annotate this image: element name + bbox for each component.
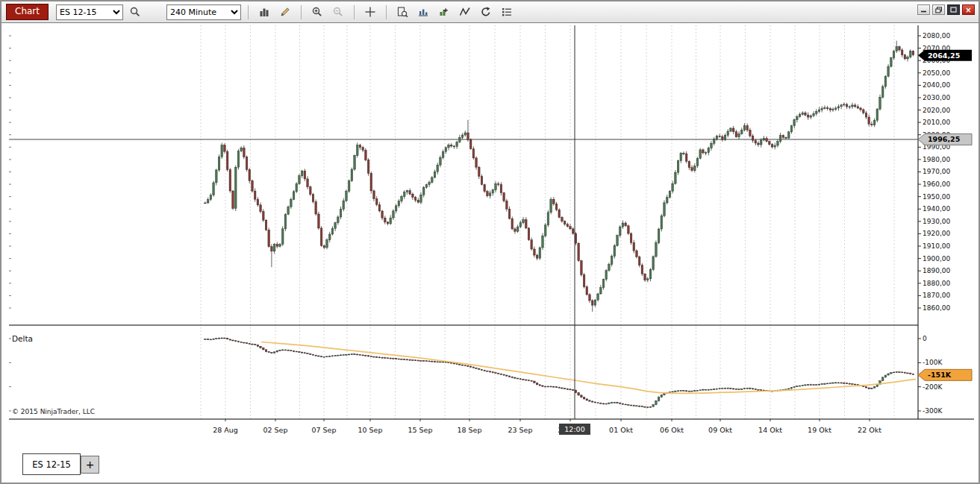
instrument-select[interactable]: ES 12-15 bbox=[56, 4, 123, 20]
interval-select[interactable]: 240 Minute bbox=[166, 4, 241, 20]
data-box-button[interactable] bbox=[393, 4, 411, 21]
draw-pencil-icon bbox=[279, 6, 291, 18]
chart-canvas: 2080,002070,002060,002050,002040,002030,… bbox=[9, 25, 976, 444]
svg-text:02 Sep: 02 Sep bbox=[263, 426, 287, 434]
svg-text:1996,25: 1996,25 bbox=[928, 135, 960, 143]
svg-text:1980,00: 1980,00 bbox=[923, 156, 950, 163]
svg-text:2050,00: 2050,00 bbox=[923, 69, 950, 77]
svg-text:19 Okt: 19 Okt bbox=[808, 426, 831, 434]
search-icon bbox=[129, 6, 141, 18]
data-box-icon bbox=[396, 6, 408, 18]
workspace-tabbar: ES 12-15 + bbox=[1, 450, 979, 483]
svg-text:1920,00: 1920,00 bbox=[923, 230, 950, 237]
crosshair-time-label: 12:00 bbox=[564, 425, 584, 433]
toolbar: Chart ES 12-15 240 Minute bbox=[1, 1, 979, 23]
svg-text:09 Okt: 09 Okt bbox=[708, 426, 732, 434]
toolbar-separator bbox=[386, 5, 387, 19]
maximize-button[interactable] bbox=[947, 4, 960, 15]
svg-text:2030,00: 2030,00 bbox=[923, 94, 950, 101]
svg-text:1940,00: 1940,00 bbox=[923, 205, 950, 213]
crosshair-icon bbox=[364, 6, 376, 18]
svg-text:23 Sep: 23 Sep bbox=[508, 426, 532, 434]
toolbar-separator bbox=[354, 5, 355, 19]
crosshair-button[interactable] bbox=[361, 4, 379, 21]
close-icon: × bbox=[965, 7, 971, 13]
svg-text:0: 0 bbox=[923, 335, 927, 342]
indicator-bars-icon bbox=[417, 6, 429, 18]
svg-text:1860,00: 1860,00 bbox=[923, 304, 950, 312]
toolbar-separator bbox=[248, 5, 249, 19]
svg-text:15 Sep: 15 Sep bbox=[408, 426, 432, 434]
svg-text:1890,00: 1890,00 bbox=[923, 267, 950, 274]
instrument-search-button[interactable] bbox=[126, 4, 144, 21]
tab-es-12-15[interactable]: ES 12-15 bbox=[22, 453, 81, 475]
window-controls: × bbox=[917, 4, 975, 15]
window-title-tab[interactable]: Chart bbox=[6, 4, 49, 20]
svg-text:22 Okt: 22 Okt bbox=[858, 426, 881, 434]
zoom-in-button[interactable] bbox=[308, 4, 326, 21]
svg-text:1930,00: 1930,00 bbox=[923, 218, 950, 225]
delta-panel-label: Delta bbox=[12, 334, 33, 343]
svg-text:-100K: -100K bbox=[923, 359, 943, 366]
properties-button[interactable] bbox=[498, 4, 516, 21]
svg-text:01 Okt: 01 Okt bbox=[609, 426, 633, 434]
zigzag-button[interactable] bbox=[456, 4, 474, 21]
svg-text:2080,00: 2080,00 bbox=[923, 32, 950, 40]
svg-text:10 Sep: 10 Sep bbox=[358, 426, 382, 434]
restore-button[interactable] bbox=[932, 4, 945, 15]
zoom-in-icon bbox=[311, 6, 323, 18]
indicator-add-icon bbox=[438, 6, 450, 18]
chart-window: Chart ES 12-15 240 Minute bbox=[0, 0, 980, 484]
delta-value-tag: -151K bbox=[918, 369, 972, 380]
svg-text:06 Okt: 06 Okt bbox=[660, 426, 684, 434]
close-button[interactable]: × bbox=[962, 4, 975, 15]
last-price-tag: 2064,25 bbox=[918, 50, 972, 61]
chart-style-icon bbox=[258, 6, 270, 18]
svg-text:1880,00: 1880,00 bbox=[923, 280, 950, 287]
chart-area[interactable]: 2080,002070,002060,002050,002040,002030,… bbox=[7, 24, 976, 444]
svg-text:1960,00: 1960,00 bbox=[923, 180, 950, 188]
reload-button[interactable] bbox=[477, 4, 495, 21]
svg-text:-200K: -200K bbox=[923, 383, 943, 391]
copyright-label: © 2015 NinjaTrader, LLC bbox=[12, 408, 95, 415]
toolbar-separator bbox=[301, 5, 302, 19]
svg-text:-300K: -300K bbox=[923, 407, 943, 415]
hline-price-tag: 1996,25 bbox=[918, 133, 972, 145]
svg-text:1950,00: 1950,00 bbox=[923, 193, 950, 201]
svg-text:28 Aug: 28 Aug bbox=[213, 426, 238, 434]
add-tab-button[interactable]: + bbox=[81, 456, 99, 474]
indicator-panel-button[interactable] bbox=[414, 4, 432, 21]
svg-text:07 Sep: 07 Sep bbox=[311, 426, 336, 434]
svg-text:2040,00: 2040,00 bbox=[923, 81, 950, 89]
zigzag-icon bbox=[459, 6, 471, 18]
zoom-out-button[interactable] bbox=[329, 4, 347, 21]
maximize-icon bbox=[950, 7, 957, 13]
svg-text:14 Okt: 14 Okt bbox=[758, 426, 782, 434]
draw-tool-button[interactable] bbox=[276, 4, 294, 21]
svg-text:1910,00: 1910,00 bbox=[923, 242, 950, 250]
svg-text:2064,25: 2064,25 bbox=[928, 51, 960, 60]
svg-text:2020,00: 2020,00 bbox=[923, 107, 950, 114]
minimize-button[interactable] bbox=[917, 4, 930, 15]
minimize-icon bbox=[920, 7, 927, 13]
svg-text:1870,00: 1870,00 bbox=[923, 292, 950, 299]
zoom-out-icon bbox=[332, 6, 344, 18]
svg-text:2010,00: 2010,00 bbox=[923, 119, 950, 126]
chart-style-button[interactable] bbox=[255, 4, 273, 21]
svg-text:18 Sep: 18 Sep bbox=[457, 426, 481, 434]
properties-icon bbox=[501, 6, 513, 18]
reload-icon bbox=[480, 6, 492, 18]
restore-icon bbox=[935, 7, 943, 13]
indicator-add-button[interactable] bbox=[435, 4, 453, 21]
svg-text:1970,00: 1970,00 bbox=[923, 168, 950, 175]
svg-text:-151K: -151K bbox=[928, 371, 952, 379]
svg-text:1900,00: 1900,00 bbox=[923, 255, 950, 263]
